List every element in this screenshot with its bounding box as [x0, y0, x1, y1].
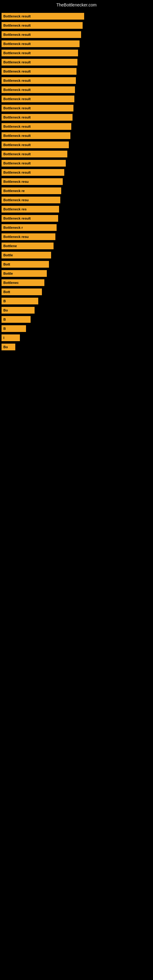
bar-row: B: [0, 298, 153, 305]
bar-row: Bottleneck result: [0, 215, 153, 223]
bar-row: I: [0, 334, 153, 342]
bottleneck-bar: Bottleneck result: [2, 105, 73, 111]
bar-row: Bottleneck resu: [0, 233, 153, 241]
bottleneck-bar: Bottleneck result: [2, 132, 70, 139]
site-title: TheBottlenecker.com: [0, 0, 153, 10]
bottleneck-bar: Bottleneck result: [2, 95, 74, 102]
bottleneck-bar: Bo: [2, 344, 15, 350]
bottleneck-bar: Bottlene: [2, 243, 54, 249]
bottleneck-bar: Bottleneck re: [2, 188, 61, 194]
bottleneck-bar: Bottleneck result: [2, 215, 58, 222]
bottleneck-bar: Bottle: [2, 252, 51, 258]
bar-row: Bottleneck result: [0, 68, 153, 76]
bottleneck-bar: Bottleneck result: [2, 22, 83, 29]
bar-row: Bott: [0, 288, 153, 296]
bottleneck-bar: B: [2, 325, 26, 332]
bar-row: Bottleneck result: [0, 132, 153, 140]
bar-row: Bottleneck result: [0, 13, 153, 21]
bar-row: Bottlene: [0, 243, 153, 250]
bottleneck-bar: Bottleneck result: [2, 142, 69, 148]
bottleneck-bar: Bott: [2, 261, 49, 268]
bottleneck-bar: Bottleneck result: [2, 86, 75, 93]
bottleneck-bar: Bottleneck resu: [2, 178, 63, 185]
bar-row: Bottleneck result: [0, 160, 153, 168]
bottleneck-bar: Bottleneck result: [2, 169, 64, 176]
bar-row: Bottleneck re: [0, 188, 153, 196]
bar-row: Bottleneck result: [0, 77, 153, 85]
bar-row: Bottleneck result: [0, 40, 153, 48]
bottleneck-bar: Bottleneck result: [2, 31, 81, 38]
bar-row: Bottleneck result: [0, 169, 153, 177]
bottleneck-bar: Bottleneck result: [2, 49, 78, 56]
bar-row: Bottleneck result: [0, 123, 153, 131]
bar-row: Bottlenec: [0, 279, 153, 287]
bar-row: Bottleneck result: [0, 105, 153, 113]
bottleneck-bar: Bottleneck result: [2, 68, 76, 75]
bottleneck-bar: Bottleneck result: [2, 77, 76, 84]
bottleneck-bar: Bottleneck res: [2, 206, 59, 213]
bar-row: Bottleneck result: [0, 49, 153, 57]
bar-row: Bottleneck result: [0, 95, 153, 103]
bar-row: Bottleneck resu: [0, 178, 153, 186]
bottleneck-bar: Bottleneck result: [2, 13, 84, 20]
bottleneck-bar: Bottleneck resu: [2, 197, 60, 204]
bar-row: Bottleneck result: [0, 59, 153, 67]
bar-row: Bo: [0, 344, 153, 352]
bottleneck-bar: Bottleneck r: [2, 224, 57, 231]
bar-row: Bottleneck resu: [0, 197, 153, 205]
bar-row: Bottleneck result: [0, 151, 153, 159]
bottleneck-bar: Bottle: [2, 270, 47, 277]
bar-row: Bottleneck result: [0, 31, 153, 39]
bar-row: Bo: [0, 307, 153, 315]
bars-container: Bottleneck resultBottleneck resultBottle…: [0, 10, 153, 356]
bar-row: Bottleneck result: [0, 114, 153, 122]
bottleneck-bar: Bottleneck result: [2, 40, 80, 47]
bottleneck-bar: Bo: [2, 307, 35, 313]
bottleneck-bar: Bott: [2, 288, 42, 295]
bar-row: Bottle: [0, 270, 153, 278]
bottleneck-bar: Bottlenec: [2, 279, 45, 286]
bar-row: B: [0, 325, 153, 333]
bar-row: Bottle: [0, 252, 153, 260]
bar-row: Bottleneck result: [0, 86, 153, 94]
bar-row: B: [0, 316, 153, 324]
bottleneck-bar: Bottleneck result: [2, 160, 66, 167]
bottleneck-bar: Bottleneck result: [2, 114, 73, 121]
bottleneck-bar: B: [2, 316, 30, 323]
bar-row: Bott: [0, 261, 153, 269]
bar-row: Bottleneck res: [0, 206, 153, 214]
bottleneck-bar: Bottleneck result: [2, 123, 71, 130]
bottleneck-bar: Bottleneck resu: [2, 233, 56, 240]
bottleneck-bar: I: [2, 334, 20, 341]
bottleneck-bar: Bottleneck result: [2, 59, 77, 65]
bar-row: Bottleneck r: [0, 224, 153, 232]
bar-row: Bottleneck result: [0, 142, 153, 150]
bottleneck-bar: Bottleneck result: [2, 151, 67, 158]
bottleneck-bar: B: [2, 298, 38, 304]
bar-row: Bottleneck result: [0, 22, 153, 30]
